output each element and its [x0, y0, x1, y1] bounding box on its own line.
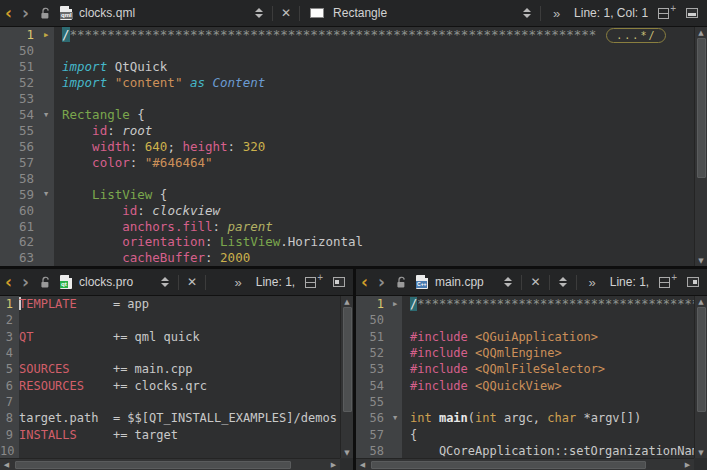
scroll-left-icon[interactable]: ◀	[356, 459, 369, 470]
code-text: /***************************************…	[54, 27, 666, 43]
scroll-up-icon[interactable]: ▲	[341, 296, 354, 307]
code-line[interactable]: 9INSTALLS += target	[0, 426, 353, 442]
code-line[interactable]: 52import "content" as Content	[0, 75, 707, 91]
code-line[interactable]: 56▼int main(int argc, char *argv[])	[356, 410, 707, 426]
code-line[interactable]: 51#include <QGuiApplication>	[356, 329, 707, 345]
horizontal-scrollbar[interactable]: ◀ ▶	[0, 458, 340, 470]
collapsed-comment-badge[interactable]: ...*/	[606, 28, 666, 43]
split-editor-button[interactable]: +	[654, 269, 682, 295]
code-line[interactable]: 55	[356, 394, 707, 410]
editor-pane-qml: ‹ › qml clocks.qml ✕ Rectangle » Li	[0, 0, 707, 266]
code-text: #include <QQuickView>	[402, 379, 562, 393]
code-line[interactable]: 6RESOURCES += clocks.qrc	[0, 377, 353, 393]
vertical-scrollbar[interactable]: ▲ ▼	[694, 296, 707, 458]
symbol-dropdown[interactable]: Rectangle	[303, 0, 537, 26]
scroll-down-icon[interactable]: ▼	[341, 447, 354, 458]
scrollbar-thumb[interactable]	[15, 461, 291, 469]
code-line[interactable]: 57{	[356, 426, 707, 442]
line-number: 6	[0, 379, 16, 393]
close-document-button[interactable]: ✕	[276, 0, 296, 26]
code-line[interactable]: 57 color: "#646464"	[0, 154, 707, 170]
fold-collapsed-icon[interactable]: ▶	[388, 300, 402, 308]
code-line[interactable]: 10	[0, 443, 353, 459]
scroll-right-icon[interactable]: ▶	[327, 459, 340, 470]
document-dropdown[interactable]: C++ main.cpp	[413, 269, 518, 295]
code-line[interactable]: 2	[0, 312, 353, 328]
close-split-button[interactable]	[681, 0, 707, 26]
back-button[interactable]: ‹	[356, 269, 373, 295]
forward-button[interactable]: ›	[17, 269, 34, 295]
back-button[interactable]: ‹	[0, 0, 17, 26]
scroll-down-icon[interactable]: ▼	[695, 255, 707, 266]
code-line[interactable]: 1TEMPLATE = app	[0, 296, 353, 312]
code-line[interactable]: 54#include <QQuickView>	[356, 377, 707, 393]
code-text: orientation: ListView.Horizontal	[54, 234, 363, 249]
fold-open-icon[interactable]: ▼	[388, 414, 402, 422]
scrollbar-thumb[interactable]	[371, 461, 646, 469]
code-line[interactable]: 4	[0, 345, 353, 361]
code-line[interactable]: 8target.path = $$[QT_INSTALL_EXAMPLES]/d…	[0, 410, 353, 426]
split-editor-button[interactable]: +	[653, 0, 681, 26]
code-line[interactable]: 61 anchors.fill: parent	[0, 218, 707, 234]
code-line[interactable]: 1▶/*************************************…	[356, 296, 707, 312]
line-number: 61	[0, 219, 38, 234]
code-line[interactable]: 60 id: clockview	[0, 202, 707, 218]
code-editor-pro[interactable]: 1TEMPLATE = app23QT += qml quick45SOURCE…	[0, 296, 353, 470]
lock-button[interactable]	[390, 269, 413, 295]
lock-button[interactable]	[34, 0, 57, 26]
scrollbar-thumb[interactable]	[697, 307, 706, 412]
forward-button[interactable]: ›	[373, 269, 390, 295]
code-line[interactable]: 53	[0, 91, 707, 107]
scroll-up-icon[interactable]: ▲	[695, 296, 707, 307]
scroll-left-icon[interactable]: ◀	[0, 459, 13, 470]
line-number: 60	[0, 203, 38, 218]
code-line[interactable]: 3QT += qml quick	[0, 329, 353, 345]
close-document-button[interactable]: ✕	[182, 269, 202, 295]
split-editor-button[interactable]: +	[300, 269, 328, 295]
fold-open-icon[interactable]: ▼	[38, 111, 54, 119]
code-editor-cpp[interactable]: 1▶/*************************************…	[356, 296, 707, 470]
scrollbar-thumb[interactable]	[343, 307, 352, 412]
close-document-button[interactable]: ✕	[525, 269, 545, 295]
back-button[interactable]: ‹	[0, 269, 17, 295]
code-line[interactable]: 5SOURCES += main.cpp	[0, 361, 353, 377]
toolbar-overflow-button[interactable]: »	[544, 0, 569, 26]
scroll-right-icon[interactable]: ▶	[681, 459, 694, 470]
code-line[interactable]: 58	[0, 170, 707, 186]
document-dropdown[interactable]: qt clocks.pro	[57, 269, 175, 295]
close-icon: ✕	[187, 275, 197, 289]
vertical-scrollbar[interactable]: ▲ ▼	[340, 296, 353, 458]
toolbar-overflow-button[interactable]: »	[580, 269, 605, 295]
code-line[interactable]: 56 width: 640; height: 320	[0, 138, 707, 154]
scroll-down-icon[interactable]: ▼	[695, 447, 707, 458]
code-line[interactable]: 51import QtQuick	[0, 59, 707, 75]
symbol-dropdown-arrows-icon[interactable]	[553, 277, 573, 287]
close-split-button[interactable]	[682, 269, 707, 295]
horizontal-scrollbar[interactable]: ◀ ▶	[356, 458, 694, 470]
code-line[interactable]: 7	[0, 394, 353, 410]
code-line[interactable]: 54▼Rectangle {	[0, 107, 707, 123]
code-editor-qml[interactable]: 1▶/*************************************…	[0, 27, 707, 266]
code-line[interactable]: 50	[356, 312, 707, 328]
fold-collapsed-icon[interactable]: ▶	[38, 31, 54, 39]
scroll-up-icon[interactable]: ▲	[695, 27, 707, 38]
code-line[interactable]: 53#include <QQmlFileSelector>	[356, 361, 707, 377]
line-number: 50	[356, 313, 388, 327]
toolbar-overflow-button[interactable]: »	[226, 269, 251, 295]
code-line[interactable]: 62 orientation: ListView.Horizontal	[0, 234, 707, 250]
code-line[interactable]: 1▶/*************************************…	[0, 27, 707, 43]
fold-open-icon[interactable]: ▼	[38, 190, 54, 198]
lock-button[interactable]	[34, 269, 57, 295]
close-split-button[interactable]	[328, 269, 353, 295]
code-line[interactable]: 63 cacheBuffer: 2000	[0, 250, 707, 266]
code-line[interactable]: 52#include <QQmlEngine>	[356, 345, 707, 361]
code-line[interactable]: 55 id: root	[0, 123, 707, 139]
forward-button[interactable]: ›	[17, 0, 34, 26]
code-line[interactable]: 59▼ ListView {	[0, 186, 707, 202]
line-number: 57	[356, 428, 388, 442]
scrollbar-thumb[interactable]	[697, 38, 706, 178]
vertical-scrollbar[interactable]: ▲ ▼	[694, 27, 707, 266]
code-line[interactable]: 58 QCoreApplication::setOrganizationName	[356, 443, 707, 459]
document-dropdown[interactable]: qml clocks.qml	[57, 0, 269, 26]
code-line[interactable]: 50	[0, 43, 707, 59]
